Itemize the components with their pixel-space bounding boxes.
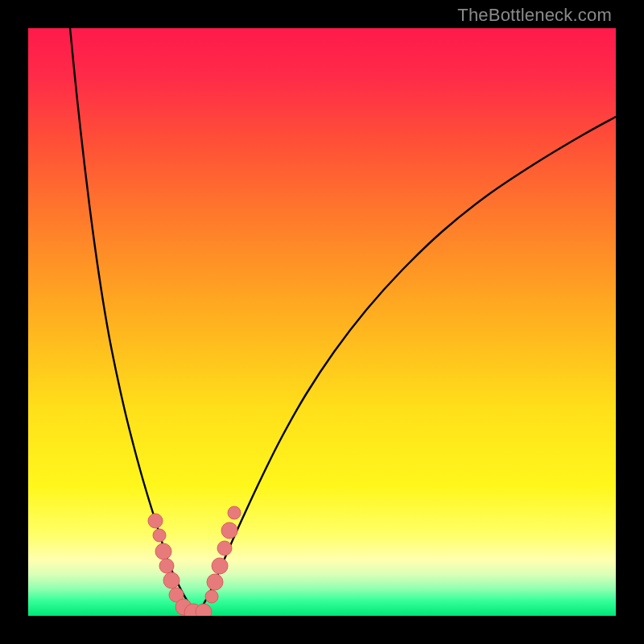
sample-marker xyxy=(205,590,218,603)
sample-marker xyxy=(155,543,171,559)
plot-area xyxy=(28,28,616,616)
sample-marker xyxy=(228,506,241,519)
sample-marker xyxy=(153,529,166,542)
sample-marker xyxy=(221,522,237,539)
watermark-text: TheBottleneck.com xyxy=(457,5,612,26)
sample-marker xyxy=(159,559,174,573)
sample-marker xyxy=(212,558,228,574)
frame: TheBottleneck.com xyxy=(0,0,644,644)
left-curve xyxy=(70,28,197,614)
sample-marker xyxy=(163,572,180,588)
sample-marker xyxy=(196,604,212,616)
curve-layer xyxy=(28,28,616,616)
sample-marker xyxy=(217,541,232,555)
sample-marker xyxy=(207,574,223,590)
sample-marker xyxy=(148,514,163,528)
right-curve xyxy=(197,117,616,614)
marker-group xyxy=(148,506,241,616)
